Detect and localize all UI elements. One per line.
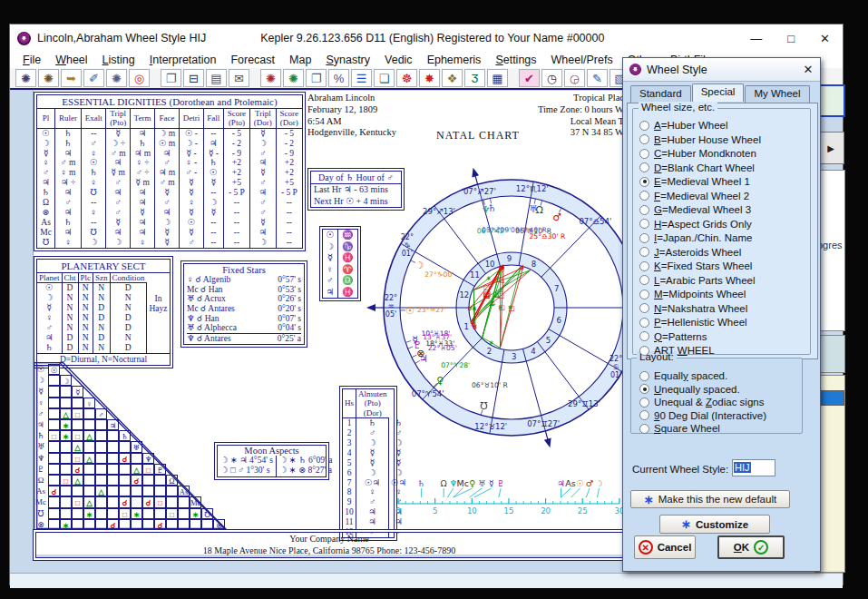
calendar-icon[interactable]: ▦	[487, 69, 508, 87]
tab-my-wheel[interactable]: My Wheel	[745, 85, 809, 103]
svg-text:♇: ♇	[497, 478, 505, 488]
radio-i-japan-chin-name[interactable]: I=Japan./Chin. Name	[639, 232, 752, 243]
menu-item-interpretation[interactable]: Interpretation	[142, 54, 224, 66]
radio-h-aspect-grids-only[interactable]: H=Aspect Grids Only	[639, 219, 752, 230]
svg-text:25°♎30' R: 25°♎30' R	[530, 232, 566, 241]
radio-g-medieval-wheel-3[interactable]: G=Medieval Wheel 3	[639, 204, 751, 215]
aspect-cell	[119, 519, 131, 530]
wheel-edit-icon[interactable]: ✐	[83, 69, 104, 87]
radio-equally-spaced-[interactable]: Equally spaced.	[639, 370, 727, 381]
radio-l-arabic-parts-wheel[interactable]: L=Arabic Parts Wheel	[639, 275, 756, 286]
aspect-cell	[178, 496, 190, 507]
menu-item-map[interactable]: Map	[282, 54, 318, 66]
aspect-diagonal-cell: ☿	[72, 386, 83, 397]
pages-icon[interactable]: ❏	[374, 69, 395, 87]
svg-text:05': 05'	[385, 310, 396, 319]
fixed-stars-title: Fixed Stars	[187, 265, 301, 275]
menu-item-forecast[interactable]: Forecast	[223, 54, 282, 66]
aspect-cell: ∗	[60, 430, 72, 441]
wheel-return-icon[interactable]: ➥	[61, 69, 82, 87]
make-default-button[interactable]: ∗ Make this the new default	[630, 490, 790, 508]
svg-text:♅: ♅	[478, 478, 486, 488]
menu-item-listing[interactable]: Listing	[95, 54, 142, 66]
check-icon[interactable]: ✔	[519, 69, 540, 87]
time-zone: Time Zone: 0 hours W	[406, 104, 624, 116]
target-icon[interactable]: ◎	[129, 69, 150, 87]
radio-a-huber-wheel[interactable]: A=Huber Wheel	[639, 120, 728, 131]
maximize-button[interactable]: □	[787, 32, 795, 45]
customize-button[interactable]: ∗ Customize	[659, 515, 770, 534]
percent-icon[interactable]: %	[328, 69, 349, 87]
side-panel-arrow-button[interactable]: ▶	[817, 132, 844, 164]
grid-wheel-icon[interactable]: ❖	[442, 69, 463, 87]
svg-text:♄: ♄	[488, 202, 497, 214]
radio-c-huber-mondknoten[interactable]: C=Huber Mondknoten	[639, 148, 756, 159]
wheel-style-dialog: ✳ Wheel Style ✕ StandardSpecialMy Wheel …	[622, 57, 821, 572]
fixed-star-row: ♆ ☌ Antares0°25' a	[187, 333, 301, 344]
menu-item-vedic[interactable]: Vedic	[377, 54, 420, 66]
radio-j-asteroids-wheel[interactable]: J=Asteroids Wheel	[639, 247, 741, 258]
natal-wheel-icon[interactable]: ✺	[15, 69, 36, 87]
transfer-chart-icon[interactable]: ❐	[161, 69, 181, 87]
svg-text:∗: ∗	[497, 303, 502, 311]
radio-icon	[639, 410, 649, 420]
wheel-spokes-icon[interactable]: ✺	[106, 69, 127, 87]
aspect-cell: △	[60, 408, 72, 419]
svg-text:△: △	[489, 299, 494, 307]
menu-item-wheel-prefs[interactable]: Wheel/Prefs	[544, 54, 620, 66]
radio-art-wheel[interactable]: ART WHEEL	[639, 345, 715, 356]
om-icon[interactable]: Ӡ	[464, 69, 485, 87]
menu-item-synastry[interactable]: Synastry	[318, 54, 377, 66]
notes-icon[interactable]: ✎	[587, 69, 608, 87]
print-icon[interactable]: ▤	[206, 69, 227, 87]
mail-icon[interactable]: ✉	[229, 69, 249, 87]
aspect-cell	[60, 464, 72, 475]
clock-pink-icon[interactable]: ◶	[564, 69, 585, 87]
wheel-window-red-icon[interactable]: ✺	[260, 69, 281, 87]
menu-item-settings[interactable]: Settings	[488, 54, 543, 66]
clock-icon[interactable]: ◷	[541, 69, 562, 87]
aspect-grid-label: ☉	[34, 364, 47, 375]
tab-standard[interactable]: Standard	[630, 85, 691, 103]
svg-text:03°♐09': 03°♐09'	[482, 226, 511, 234]
dialog-close-icon[interactable]: ✕	[796, 63, 820, 76]
radio-n-nakshatra-wheel[interactable]: N=Nakshatra Wheel	[639, 303, 747, 314]
svg-text:☌: ☌	[471, 320, 475, 329]
radio-b-huber-house-wheel[interactable]: B=Huber House Wheel	[639, 134, 761, 145]
svg-text:∗: ∗	[472, 305, 477, 313]
radio-k-fixed-stars-wheel[interactable]: K=Fixed Stars Wheel	[639, 260, 752, 271]
radio-e-medieval-wheel-1[interactable]: E=Medieval Wheel 1	[639, 176, 750, 187]
listing-icon[interactable]: ☰	[351, 69, 372, 87]
radio-square-wheel[interactable]: Square Wheel	[639, 423, 720, 434]
aspect-cell	[95, 475, 107, 486]
wheel-arrow-icon[interactable]: ✺	[38, 69, 59, 87]
aspect-cell: ∗	[83, 508, 95, 519]
menu-item-file[interactable]: File	[15, 54, 48, 66]
radio-m-midpoints-wheel[interactable]: M=Midpoints Wheel	[639, 289, 746, 300]
cancel-button[interactable]: ✕ Cancel	[634, 535, 696, 559]
current-wheel-style-input[interactable]: HIJ	[732, 459, 775, 476]
close-button[interactable]: ✕	[820, 32, 830, 45]
minimize-button[interactable]: —	[750, 32, 762, 45]
next-hour: Next Hr ☉ + 4 mins	[311, 196, 401, 208]
wrench-wheel-icon[interactable]: ☸	[396, 69, 417, 87]
svg-text:□: □	[483, 291, 490, 300]
radio-unequal-zodiac-signs[interactable]: Unequal & Zodiac signs	[639, 397, 764, 408]
menu-item-wheel[interactable]: Wheel	[48, 54, 94, 66]
svg-text:12: 12	[459, 290, 469, 300]
aspect-cell	[48, 386, 60, 397]
radio-icon	[639, 261, 649, 271]
ok-button[interactable]: OK ✓	[717, 535, 785, 559]
wheel-window-green-icon[interactable]: ✺	[283, 69, 304, 87]
radio-d-blank-chart-wheel[interactable]: D=Blank Chart Wheel	[639, 162, 755, 173]
copy-settings-icon[interactable]: ❐	[306, 69, 327, 87]
star-red-icon[interactable]: ✸	[419, 69, 440, 87]
save-icon[interactable]: ⊟	[183, 69, 204, 87]
radio-f-medieval-wheel-2[interactable]: F=Medieval Wheel 2	[639, 191, 749, 201]
radio-unequally-spaced-[interactable]: Unequally spaced.	[639, 384, 740, 395]
radio-q-patterns[interactable]: Q=Patterns	[639, 331, 707, 342]
tab-special[interactable]: Special	[692, 83, 745, 102]
radio-90-deg-dial-interactive-[interactable]: 90 Deg Dial (Interactive)	[639, 410, 766, 421]
radio-p-hellenistic-wheel[interactable]: P=Hellenistic Wheel	[639, 317, 747, 328]
menu-item-ephemeris[interactable]: Ephemeris	[420, 54, 489, 66]
